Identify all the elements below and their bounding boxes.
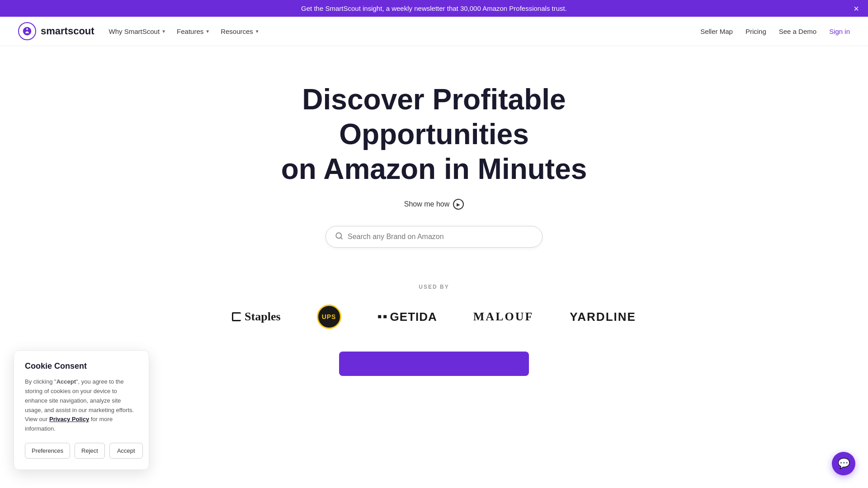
hero-title: Discover Profitable Opportunities on Ama… [231,82,637,186]
nav-sign-in[interactable]: Sign in [829,28,850,35]
ups-logo: UPS [317,305,341,329]
main-nav: smartscout Why SmartScout ▼ Features ▼ R… [0,17,868,46]
nav-item-resources[interactable]: Resources ▼ [221,28,259,35]
nav-item-features[interactable]: Features ▼ [177,28,210,35]
logo-text: smartscout [41,25,94,37]
yardline-logo: YARDLINE [570,310,636,324]
close-banner-button[interactable]: × [854,4,859,13]
nav-link-resources[interactable]: Resources ▼ [221,28,259,35]
announcement-banner: Get the SmartScout insight, a weekly new… [0,0,868,17]
nav-see-demo[interactable]: See a Demo [779,28,816,35]
cta-button-placeholder[interactable] [339,352,529,376]
nav-links: Why SmartScout ▼ Features ▼ Resources ▼ [109,28,259,35]
logo-icon [18,22,36,40]
nav-right: Seller Map Pricing See a Demo Sign in [700,28,850,35]
staples-bracket-icon [232,312,241,321]
search-bar [326,226,542,248]
staples-logo: Staples [232,310,280,324]
show-me-how-link[interactable]: Show me how ▶ [404,199,464,210]
nav-link-features[interactable]: Features ▼ [177,28,210,35]
chevron-down-icon: ▼ [255,29,259,34]
search-icon [335,232,343,242]
brand-logos: Staples UPS ◆ ◆ GETIDA MALOUF YARDLINE [18,305,850,329]
hero-section: Discover Profitable Opportunities on Ama… [0,46,868,266]
cookie-consent-panel: Cookie Consent By clicking "Accept", you… [14,350,149,376]
svg-line-1 [340,238,342,239]
brand-search-input[interactable] [348,233,533,241]
used-by-section: USED BY Staples UPS ◆ ◆ GETIDA [0,266,868,343]
chevron-down-icon: ▼ [161,29,166,34]
malouf-logo: MALOUF [473,310,534,324]
getida-diamond-icon-2: ◆ [381,313,389,321]
logo-link[interactable]: smartscout [18,22,94,40]
play-icon: ▶ [453,199,464,210]
used-by-label: USED BY [18,284,850,290]
chevron-down-icon: ▼ [205,29,210,34]
nav-left: smartscout Why SmartScout ▼ Features ▼ R… [18,22,259,40]
getida-logo: ◆ ◆ GETIDA [377,310,437,324]
logo-svg [22,26,32,36]
cookie-title: Cookie Consent [25,361,138,371]
nav-item-why-smartscout[interactable]: Why SmartScout ▼ [109,28,166,35]
nav-seller-map[interactable]: Seller Map [700,28,733,35]
nav-pricing[interactable]: Pricing [745,28,766,35]
nav-link-why[interactable]: Why SmartScout ▼ [109,28,166,35]
banner-text: Get the SmartScout insight, a weekly new… [301,5,567,12]
